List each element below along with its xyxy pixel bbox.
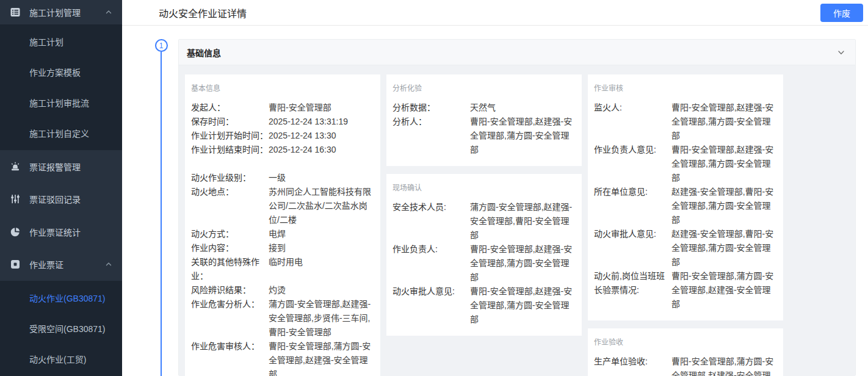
sidebar-item-label: 作业票证 (29, 258, 105, 270)
field-hazard-analyst: 作业危害分析人：蒲方圆-安全管理部,赵建强-安全管理部,步贤伟-三车间,曹阳-安… (191, 297, 374, 339)
step-number: 1 (155, 39, 168, 52)
sidebar-item-label: 票证报警管理 (29, 161, 112, 173)
field-hotwork-level: 动火作业级别：一级 (191, 171, 374, 185)
analysis-card: 分析化验 分析数据：天然气 分析人：曹阳-安全管理部,赵建强-安全管理部,蒲方圆… (386, 74, 582, 166)
field-shift-leader-check: 动火前,岗位当班班长验票情况:曹阳-安全管理部,蒲方圆-安全管理部,赵建强-安全… (594, 269, 777, 311)
card-title: 基本信息 (191, 82, 374, 93)
sidebar-item-ticket-reject-record[interactable]: 票证驳回记录 (0, 183, 122, 215)
chevron-down-icon (837, 48, 845, 57)
sidebar-item-ticket-statistics[interactable]: 作业票证统计 (0, 215, 122, 248)
field-hotwork-approver-opinion: 动火审批人意见:曹阳-安全管理部,赵建强-安全管理部,蒲方圆-安全管理部 (392, 284, 576, 327)
sidebar-item-construction-plan-mgmt[interactable]: 施工计划管理 (0, 0, 122, 24)
field-fire-watcher: 监火人:曹阳-安全管理部,赵建强-安全管理部,蒲方圆-安全管理部 (594, 101, 777, 143)
sidebar-item-hotwork-industry[interactable]: 动火作业(工贸) (0, 344, 122, 374)
basic-info-card: 基本信息 发起人：曹阳-安全管理部 保存时间：2025-12-24 13:31:… (185, 74, 380, 376)
column-basic: 基本信息 发起人：曹阳-安全管理部 保存时间：2025-12-24 13:31:… (185, 74, 380, 376)
field-unit-opinion: 所在单位意见:赵建强-安全管理部,曹阳-安全管理部,蒲方圆-安全管理部 (594, 185, 777, 227)
sidebar-item-label: 票证驳回记录 (29, 193, 112, 205)
field-plan-end-time: 作业计划结束时间：2025-12-24 16:30 (191, 143, 374, 157)
column-review: 作业审核 监火人:曹阳-安全管理部,赵建强-安全管理部,蒲方圆-安全管理部 作业… (588, 74, 783, 376)
card-title: 作业验收 (594, 336, 777, 347)
sidebar-item-confined-space-gb30871[interactable]: 受限空间(GB30871) (0, 313, 122, 344)
clipboard-list-icon (10, 7, 21, 18)
sliders-icon (10, 193, 21, 204)
page-header: 动火安全作业证详情 作废 (122, 0, 868, 26)
row-spacer (191, 157, 374, 171)
field-analysis-data: 分析数据：天然气 (392, 101, 576, 115)
chevron-up-icon (105, 261, 112, 268)
card-title: 作业审核 (594, 82, 777, 93)
work-review-card: 作业审核 监火人:曹阳-安全管理部,赵建强-安全管理部,蒲方圆-安全管理部 作业… (588, 74, 783, 320)
panel-header-collapse[interactable]: 基础信息 (179, 40, 855, 65)
construction-plan-submenu: 施工计划 作业方案模板 施工计划审批流 施工计划自定义 (0, 24, 122, 150)
void-button[interactable]: 作废 (820, 4, 863, 22)
work-tickets-submenu: 动火作业(GB30871) 受限空间(GB30871) 动火作业(工贸) (0, 281, 122, 376)
card-title: 分析化验 (392, 82, 576, 93)
panel-body: 基本信息 发起人：曹阳-安全管理部 保存时间：2025-12-24 13:31:… (179, 65, 855, 376)
work-acceptance-card: 作业验收 生产单位验收:曹阳-安全管理部,蒲方圆-安全管理部,赵建强-安全管理部… (588, 328, 783, 376)
field-safety-tech-staff: 安全技术人员:蒲方圆-安全管理部,赵建强-安全管理部,曹阳-安全管理部 (392, 200, 576, 242)
field-hotwork-method: 动火方式：电焊 (191, 227, 374, 241)
sidebar-item-label: 施工计划管理 (29, 6, 105, 18)
field-save-time: 保存时间：2025-12-24 13:31:19 (191, 115, 374, 129)
field-approver-opinion: 动火审批人意见:赵建强-安全管理部,曹阳-安全管理部,蒲方圆-安全管理部 (594, 227, 777, 269)
panel-title: 基础信息 (187, 46, 221, 59)
sidebar-item-ticket-alarm-mgmt[interactable]: 票证报警管理 (0, 150, 122, 183)
field-analyst: 分析人：曹阳-安全管理部,赵建强-安全管理部,蒲方圆-安全管理部 (392, 115, 576, 157)
field-leader-opinion: 作业负责人意见:曹阳-安全管理部,赵建强-安全管理部,蒲方圆-安全管理部 (594, 143, 777, 185)
sidebar-item-work-plan-template[interactable]: 作业方案模板 (0, 57, 122, 87)
field-initiator: 发起人：曹阳-安全管理部 (191, 101, 374, 115)
sidebar: 施工计划管理 施工计划 作业方案模板 施工计划审批流 施工计划自定义 票证报警管… (0, 0, 122, 376)
step-connector-line (161, 52, 162, 376)
main-area: 动火安全作业证详情 作废 1 基础信息 基本信息 发起人：曹阳-安全管理部 (122, 0, 868, 376)
basic-info-panel: 基础信息 基本信息 发起人：曹阳-安全管理部 保存时间：2025-12-24 1… (178, 39, 856, 376)
sidebar-item-plan-approval-flow[interactable]: 施工计划审批流 (0, 87, 122, 118)
field-hotwork-location: 动火地点：苏州同企人工智能科技有限公司/二次盐水/二次盐水岗位/二楼 (191, 185, 374, 227)
field-hazard-reviewer: 作业危害审核人：曹阳-安全管理部,蒲方圆-安全管理部,赵建强-安全管理部 (191, 339, 374, 376)
field-risk-result: 风险辨识结果：灼烫 (191, 283, 374, 297)
field-plan-start-time: 作业计划开始时间：2025-12-24 13:30 (191, 129, 374, 143)
sidebar-item-plan-custom[interactable]: 施工计划自定义 (0, 118, 122, 148)
sidebar-item-label: 作业票证统计 (29, 226, 112, 238)
alarm-icon (10, 161, 21, 172)
page-title: 动火安全作业证详情 (159, 5, 820, 20)
sidebar-item-construction-plan[interactable]: 施工计划 (0, 26, 122, 57)
ticket-icon (10, 259, 21, 270)
field-work-leader: 作业负责人:曹阳-安全管理部,赵建强-安全管理部,蒲方圆-安全管理部 (392, 242, 576, 284)
column-analysis: 分析化验 分析数据：天然气 分析人：曹阳-安全管理部,赵建强-安全管理部,蒲方圆… (386, 74, 582, 336)
step-indicator: 1 (154, 39, 168, 376)
site-confirm-card: 现场确认 安全技术人员:蒲方圆-安全管理部,赵建强-安全管理部,曹阳-安全管理部… (386, 174, 582, 336)
sidebar-item-work-tickets[interactable]: 作业票证 (0, 248, 122, 281)
chevron-up-icon (105, 9, 112, 16)
detail-content: 1 基础信息 基本信息 发起人：曹阳-安全管理部 保存时间：2025-12-24… (122, 26, 868, 376)
field-related-special-work: 关联的其他特殊作业：临时用电 (191, 255, 374, 283)
sidebar-item-hotwork-gb30871[interactable]: 动火作业(GB30871) (0, 283, 122, 313)
card-title: 现场确认 (392, 182, 576, 192)
field-work-content: 作业内容：接到 (191, 241, 374, 255)
pie-chart-icon (10, 226, 21, 237)
field-production-unit-acceptance: 生产单位验收:曹阳-安全管理部,蒲方圆-安全管理部,赵建强-安全管理部 (594, 355, 777, 376)
